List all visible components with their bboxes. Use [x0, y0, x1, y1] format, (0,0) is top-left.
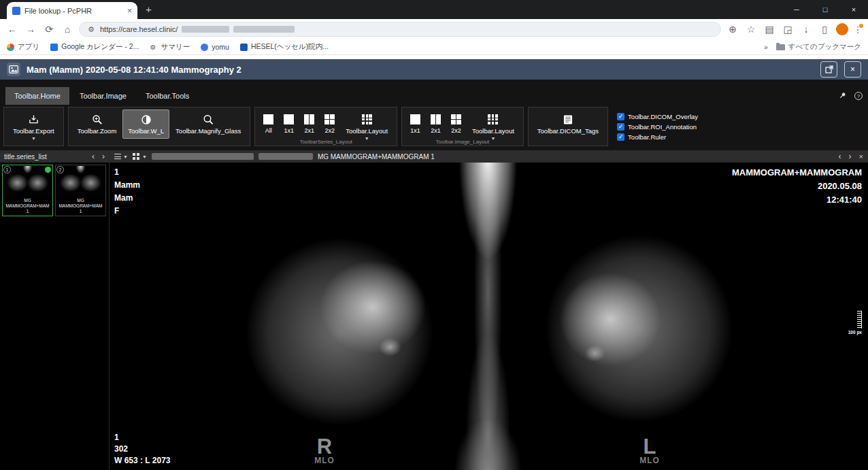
site-settings-icon[interactable]: ⚙ [86, 22, 96, 36]
mammogram-image[interactable] [110, 163, 868, 470]
chevron-left-icon[interactable]: ‹ [839, 152, 841, 161]
bookmark-summary[interactable]: ⚙ サマリー [150, 42, 190, 52]
window-close-button[interactable]: × [839, 0, 868, 19]
study-window-title: Mam (Mamm) 2020-05-08 12:41:40 Mammograp… [27, 65, 241, 75]
series-layout-all-button[interactable]: All [258, 110, 278, 138]
layout-grid-icon [488, 114, 498, 124]
series-layout-1x1-button[interactable]: 1x1 [279, 110, 299, 138]
side-panel-icon[interactable]: ▯ [818, 22, 831, 36]
bookmark-apps[interactable]: アプリ [7, 42, 39, 52]
redacted-patient-name [258, 153, 313, 160]
window-level-button[interactable]: Toolbar.W_L [122, 110, 169, 139]
magnify-glass-icon [203, 114, 214, 125]
extensions-puzzle-icon[interactable]: ◲ [781, 22, 795, 36]
bookmark-hesel[interactable]: HESEL(ヘッセル)院内... [240, 42, 329, 52]
close-viewer-button[interactable]: × [844, 61, 861, 78]
hamburger-icon [114, 154, 121, 159]
viewer-window-header: Mam (Mamm) 2020-05-08 12:41:40 Mammograp… [0, 59, 868, 80]
viewport-menu-button[interactable]: ▼ [114, 154, 128, 159]
dicom-tags-button[interactable]: Toolbar.DICOM_Tags [532, 110, 604, 139]
chevron-left-icon[interactable]: ‹ [92, 152, 95, 161]
gear-icon: ⚙ [150, 44, 157, 51]
group-dicom-tags: Toolbar.DICOM_Tags [528, 107, 608, 146]
group-view-tools: Toolbar.Zoom Toolbar.W_L Toolbar.Magnify… [68, 107, 250, 146]
series-list-panel: title.series_list ‹ › 1 MG MAMMOGRAM+MAM… [0, 150, 110, 470]
browser-tab-strip: File lookup - PcPHR × + ─ □ × [0, 0, 868, 19]
bookmark-calendar[interactable]: Google カレンダー - 2... [50, 42, 139, 52]
chevron-right-icon[interactable]: › [849, 152, 852, 161]
close-viewport-icon[interactable]: × [859, 152, 863, 161]
downloads-icon[interactable]: ↓ [799, 22, 813, 36]
dicom-canvas[interactable]: 1 Mamm Mam F MAMMOGRAM+MAMMOGRAM 2020.05… [110, 163, 868, 470]
bookmark-label: HESEL(ヘッセル)院内... [251, 42, 329, 52]
browser-tab[interactable]: File lookup - PcPHR × [7, 2, 137, 19]
layout-all-label: All [265, 127, 272, 134]
tab-close-icon[interactable]: × [127, 7, 132, 15]
reading-list-icon[interactable]: ▤ [763, 22, 776, 36]
bookmark-yomu[interactable]: yomu [201, 43, 229, 51]
image-layout-2x2-button[interactable]: 2x2 [446, 110, 466, 138]
overlay-window-level: W 653 : L 2073 [114, 455, 171, 467]
window-level-label: Toolbar.W_L [128, 127, 164, 135]
marker-letter: R [309, 437, 340, 456]
roi-annotation-checkbox[interactable]: ✓ Toolbar.ROI_Annotation [617, 123, 698, 131]
scale-ruler: 100 px [848, 311, 862, 335]
calendar-icon [50, 44, 58, 51]
new-tab-button[interactable]: + [146, 3, 152, 15]
ribbon-tabs: Toolbar.Home Toolbar.Image Toolbar.Tools… [0, 87, 868, 105]
dicom-overlay-checkbox[interactable]: ✓ Toolbar.DICOM_Overlay [617, 113, 698, 120]
window-minimize-button[interactable]: ─ [782, 0, 811, 19]
profile-avatar[interactable] [836, 23, 848, 35]
dropdown-caret-icon: ▼ [142, 155, 147, 158]
window-maximize-button[interactable]: □ [811, 0, 839, 19]
series-layout-label: Toolbar.Layout [346, 127, 388, 135]
address-bar[interactable]: ⚙ https://care.hesel.clinic/ [79, 22, 721, 37]
bookmarks-overflow-chevron[interactable]: » [764, 43, 768, 51]
forward-icon[interactable]: → [24, 22, 37, 36]
save-page-icon[interactable]: ⊕ [726, 22, 739, 36]
zoom-button[interactable]: Toolbar.Zoom [72, 110, 122, 139]
url-text: https://care.hesel.clinic/ [100, 25, 178, 33]
series-layout-2x2-button[interactable]: 2x2 [320, 110, 339, 138]
tab-toolbar-home[interactable]: Toolbar.Home [5, 87, 69, 105]
layout-2x2-label: 2x2 [324, 127, 335, 134]
back-icon[interactable]: ← [5, 22, 19, 36]
image-layout-2x1-button[interactable]: 2x1 [426, 110, 446, 138]
redacted-url-segment [233, 26, 295, 33]
series-thumbnail-label: MG MAMMOGRAM+MAM 1 [56, 198, 105, 214]
series-layout-caption: ToolbarSeries_Layout [255, 139, 397, 145]
ruler-checkbox[interactable]: ✓ Toolbar.Ruler [617, 133, 698, 141]
zoom-icon [92, 114, 103, 125]
tab-toolbar-tools[interactable]: Toolbar.Tools [137, 87, 198, 105]
yomu-icon [201, 44, 208, 51]
image-layout-1x1-button[interactable]: 1x1 [405, 110, 425, 138]
pin-ribbon-icon[interactable] [839, 90, 846, 102]
help-icon[interactable]: ? [854, 92, 863, 100]
layout-1x1-icon [410, 114, 420, 124]
all-bookmarks-button[interactable]: すべてのブックマーク [776, 42, 861, 52]
series-thumbnail-1[interactable]: 1 MG MAMMOGRAM+MAM 1 [2, 165, 53, 216]
dropdown-caret-icon: ▼ [123, 155, 128, 158]
chevron-right-icon[interactable]: › [102, 152, 105, 161]
reload-icon[interactable]: ⟳ [42, 22, 56, 36]
series-thumbnail-2[interactable]: 2 MG MAMMOGRAM+MAM 1 [55, 165, 106, 216]
series-layout-2x1-button[interactable]: 2x1 [299, 110, 319, 138]
magnify-glass-button[interactable]: Toolbar.Magnify_Glass [170, 110, 246, 139]
browser-menu-icon[interactable]: ⋮ [853, 24, 863, 35]
viewport-grid-button[interactable]: ▼ [133, 153, 147, 160]
browser-toolbar: ← → ⟳ ⌂ ⚙ https://care.hesel.clinic/ ⊕ ☆… [0, 19, 868, 39]
layout-1x1-label: 1x1 [410, 127, 420, 134]
dicom-overlay-label: Toolbar.DICOM_Overlay [628, 113, 698, 120]
overlay-top-left: 1 Mamm Mam F [114, 166, 140, 218]
open-in-new-window-button[interactable] [820, 61, 837, 78]
apps-grid-icon [7, 44, 14, 51]
folder-icon [776, 44, 785, 50]
overlay-study-date: 2020.05.08 [732, 180, 862, 193]
home-icon[interactable]: ⌂ [61, 22, 74, 36]
bookmark-star-icon[interactable]: ☆ [744, 22, 758, 36]
ribbon-right-controls: ? [839, 87, 863, 105]
export-button[interactable]: Toolbar.Export ▼ [7, 110, 60, 144]
image-layout-label: Toolbar.Layout [472, 127, 514, 135]
tab-toolbar-image[interactable]: Toolbar.Image [71, 87, 135, 105]
laterality-marker-left: L MLO [634, 437, 665, 465]
